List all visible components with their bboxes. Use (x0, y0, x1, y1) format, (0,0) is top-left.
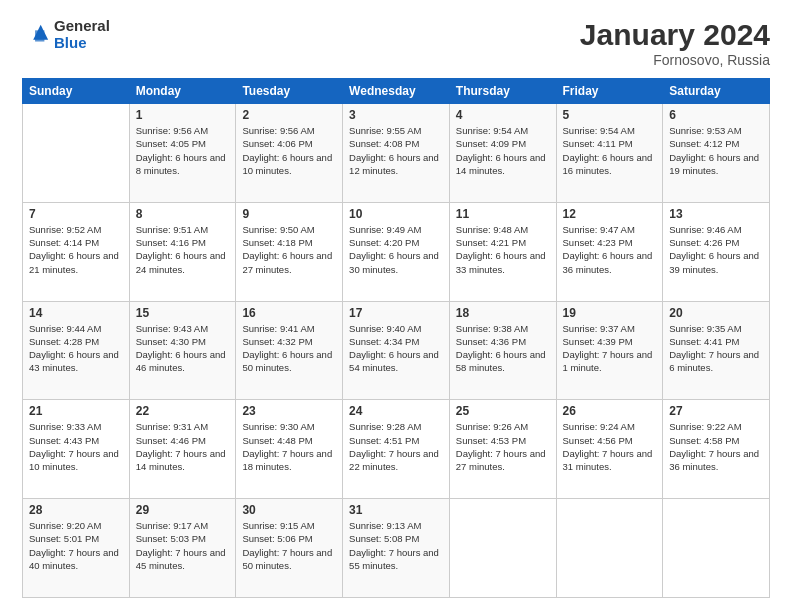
day-info: Sunrise: 9:28 AMSunset: 4:51 PMDaylight:… (349, 420, 443, 473)
header: General Blue January 2024 Fornosovo, Rus… (22, 18, 770, 68)
week-row-3: 21 Sunrise: 9:33 AMSunset: 4:43 PMDaylig… (23, 400, 770, 499)
day-number: 4 (456, 108, 550, 122)
page: General Blue January 2024 Fornosovo, Rus… (0, 0, 792, 612)
day-number: 9 (242, 207, 336, 221)
week-row-1: 7 Sunrise: 9:52 AMSunset: 4:14 PMDayligh… (23, 202, 770, 301)
day-number: 18 (456, 306, 550, 320)
day-info: Sunrise: 9:41 AMSunset: 4:32 PMDaylight:… (242, 322, 336, 375)
day-number: 17 (349, 306, 443, 320)
col-saturday: Saturday (663, 79, 770, 104)
table-row: 28 Sunrise: 9:20 AMSunset: 5:01 PMDaylig… (23, 499, 130, 598)
table-row: 4 Sunrise: 9:54 AMSunset: 4:09 PMDayligh… (449, 104, 556, 203)
day-number: 23 (242, 404, 336, 418)
day-number: 8 (136, 207, 230, 221)
day-info: Sunrise: 9:15 AMSunset: 5:06 PMDaylight:… (242, 519, 336, 572)
table-row: 22 Sunrise: 9:31 AMSunset: 4:46 PMDaylig… (129, 400, 236, 499)
table-row: 30 Sunrise: 9:15 AMSunset: 5:06 PMDaylig… (236, 499, 343, 598)
svg-marker-1 (35, 30, 44, 41)
table-row (663, 499, 770, 598)
day-info: Sunrise: 9:50 AMSunset: 4:18 PMDaylight:… (242, 223, 336, 276)
day-info: Sunrise: 9:33 AMSunset: 4:43 PMDaylight:… (29, 420, 123, 473)
table-row: 24 Sunrise: 9:28 AMSunset: 4:51 PMDaylig… (343, 400, 450, 499)
table-row (23, 104, 130, 203)
day-info: Sunrise: 9:17 AMSunset: 5:03 PMDaylight:… (136, 519, 230, 572)
day-info: Sunrise: 9:43 AMSunset: 4:30 PMDaylight:… (136, 322, 230, 375)
day-number: 10 (349, 207, 443, 221)
table-row: 11 Sunrise: 9:48 AMSunset: 4:21 PMDaylig… (449, 202, 556, 301)
day-info: Sunrise: 9:56 AMSunset: 4:06 PMDaylight:… (242, 124, 336, 177)
day-number: 1 (136, 108, 230, 122)
day-number: 11 (456, 207, 550, 221)
day-number: 29 (136, 503, 230, 517)
logo-icon (22, 21, 50, 49)
table-row: 10 Sunrise: 9:49 AMSunset: 4:20 PMDaylig… (343, 202, 450, 301)
table-row: 14 Sunrise: 9:44 AMSunset: 4:28 PMDaylig… (23, 301, 130, 400)
day-info: Sunrise: 9:54 AMSunset: 4:11 PMDaylight:… (563, 124, 657, 177)
table-row: 19 Sunrise: 9:37 AMSunset: 4:39 PMDaylig… (556, 301, 663, 400)
week-row-2: 14 Sunrise: 9:44 AMSunset: 4:28 PMDaylig… (23, 301, 770, 400)
table-row: 8 Sunrise: 9:51 AMSunset: 4:16 PMDayligh… (129, 202, 236, 301)
day-info: Sunrise: 9:35 AMSunset: 4:41 PMDaylight:… (669, 322, 763, 375)
col-monday: Monday (129, 79, 236, 104)
month-title: January 2024 (580, 18, 770, 52)
calendar-table: Sunday Monday Tuesday Wednesday Thursday… (22, 78, 770, 598)
day-number: 26 (563, 404, 657, 418)
day-info: Sunrise: 9:44 AMSunset: 4:28 PMDaylight:… (29, 322, 123, 375)
table-row: 21 Sunrise: 9:33 AMSunset: 4:43 PMDaylig… (23, 400, 130, 499)
day-info: Sunrise: 9:26 AMSunset: 4:53 PMDaylight:… (456, 420, 550, 473)
table-row: 26 Sunrise: 9:24 AMSunset: 4:56 PMDaylig… (556, 400, 663, 499)
table-row: 23 Sunrise: 9:30 AMSunset: 4:48 PMDaylig… (236, 400, 343, 499)
table-row: 20 Sunrise: 9:35 AMSunset: 4:41 PMDaylig… (663, 301, 770, 400)
logo: General Blue (22, 18, 110, 51)
day-info: Sunrise: 9:51 AMSunset: 4:16 PMDaylight:… (136, 223, 230, 276)
table-row: 1 Sunrise: 9:56 AMSunset: 4:05 PMDayligh… (129, 104, 236, 203)
table-row: 7 Sunrise: 9:52 AMSunset: 4:14 PMDayligh… (23, 202, 130, 301)
table-row: 5 Sunrise: 9:54 AMSunset: 4:11 PMDayligh… (556, 104, 663, 203)
day-info: Sunrise: 9:53 AMSunset: 4:12 PMDaylight:… (669, 124, 763, 177)
week-row-4: 28 Sunrise: 9:20 AMSunset: 5:01 PMDaylig… (23, 499, 770, 598)
day-info: Sunrise: 9:48 AMSunset: 4:21 PMDaylight:… (456, 223, 550, 276)
logo-text: General Blue (54, 18, 110, 51)
day-info: Sunrise: 9:55 AMSunset: 4:08 PMDaylight:… (349, 124, 443, 177)
col-thursday: Thursday (449, 79, 556, 104)
day-info: Sunrise: 9:49 AMSunset: 4:20 PMDaylight:… (349, 223, 443, 276)
day-number: 27 (669, 404, 763, 418)
day-number: 21 (29, 404, 123, 418)
day-number: 15 (136, 306, 230, 320)
table-row: 6 Sunrise: 9:53 AMSunset: 4:12 PMDayligh… (663, 104, 770, 203)
day-info: Sunrise: 9:30 AMSunset: 4:48 PMDaylight:… (242, 420, 336, 473)
day-number: 12 (563, 207, 657, 221)
col-wednesday: Wednesday (343, 79, 450, 104)
table-row (556, 499, 663, 598)
day-number: 7 (29, 207, 123, 221)
title-block: January 2024 Fornosovo, Russia (580, 18, 770, 68)
logo-general-text: General (54, 18, 110, 35)
table-row: 15 Sunrise: 9:43 AMSunset: 4:30 PMDaylig… (129, 301, 236, 400)
week-row-0: 1 Sunrise: 9:56 AMSunset: 4:05 PMDayligh… (23, 104, 770, 203)
col-friday: Friday (556, 79, 663, 104)
day-info: Sunrise: 9:47 AMSunset: 4:23 PMDaylight:… (563, 223, 657, 276)
table-row: 17 Sunrise: 9:40 AMSunset: 4:34 PMDaylig… (343, 301, 450, 400)
day-number: 16 (242, 306, 336, 320)
day-info: Sunrise: 9:46 AMSunset: 4:26 PMDaylight:… (669, 223, 763, 276)
table-row: 12 Sunrise: 9:47 AMSunset: 4:23 PMDaylig… (556, 202, 663, 301)
table-row: 27 Sunrise: 9:22 AMSunset: 4:58 PMDaylig… (663, 400, 770, 499)
col-sunday: Sunday (23, 79, 130, 104)
col-tuesday: Tuesday (236, 79, 343, 104)
day-info: Sunrise: 9:38 AMSunset: 4:36 PMDaylight:… (456, 322, 550, 375)
table-row: 31 Sunrise: 9:13 AMSunset: 5:08 PMDaylig… (343, 499, 450, 598)
day-number: 5 (563, 108, 657, 122)
day-number: 6 (669, 108, 763, 122)
day-info: Sunrise: 9:54 AMSunset: 4:09 PMDaylight:… (456, 124, 550, 177)
table-row: 3 Sunrise: 9:55 AMSunset: 4:08 PMDayligh… (343, 104, 450, 203)
day-number: 25 (456, 404, 550, 418)
logo-blue-text: Blue (54, 35, 110, 52)
day-number: 30 (242, 503, 336, 517)
day-info: Sunrise: 9:13 AMSunset: 5:08 PMDaylight:… (349, 519, 443, 572)
day-info: Sunrise: 9:22 AMSunset: 4:58 PMDaylight:… (669, 420, 763, 473)
day-info: Sunrise: 9:20 AMSunset: 5:01 PMDaylight:… (29, 519, 123, 572)
day-info: Sunrise: 9:40 AMSunset: 4:34 PMDaylight:… (349, 322, 443, 375)
day-info: Sunrise: 9:56 AMSunset: 4:05 PMDaylight:… (136, 124, 230, 177)
day-number: 19 (563, 306, 657, 320)
day-number: 24 (349, 404, 443, 418)
